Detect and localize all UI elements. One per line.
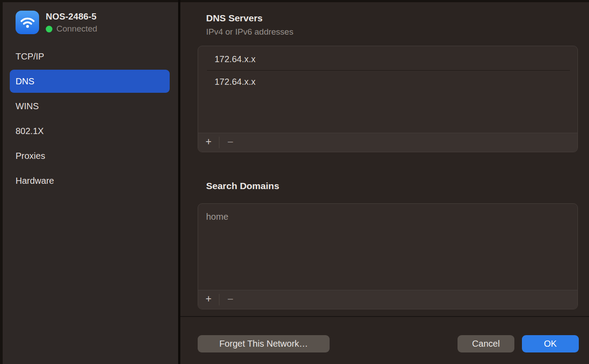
sidebar-item-dns[interactable]: DNS [10,70,170,93]
dns-server-row[interactable]: 172.64.x.x [198,48,577,70]
bottom-divider [180,316,589,317]
wifi-details-window: NOS-2486-5 Connected TCP/IP DNS WINS 802… [0,0,589,364]
dns-server-row[interactable]: 172.64.x.x [198,71,577,93]
sidebar-nav: TCP/IP DNS WINS 802.1X Proxies Hardware [3,45,178,194]
wifi-icon [16,11,39,34]
cancel-button[interactable]: Cancel [458,335,514,352]
search-domain-add-button[interactable]: + [198,290,219,309]
sidebar: NOS-2486-5 Connected TCP/IP DNS WINS 802… [3,2,178,364]
sidebar-item-wins[interactable]: WINS [10,95,170,118]
sidebar-item-hardware[interactable]: Hardware [10,169,170,192]
sidebar-item-tcpip[interactable]: TCP/IP [10,45,170,68]
search-domain-remove-button[interactable]: − [219,290,241,309]
sidebar-item-proxies[interactable]: Proxies [10,144,170,167]
search-domains-listbox: home + − [198,203,578,309]
network-status: Connected [46,24,97,34]
dns-add-button[interactable]: + [198,133,219,152]
network-meta: NOS-2486-5 Connected [46,11,97,34]
dns-servers-subtitle: IPv4 or IPv6 addresses [206,27,293,37]
dns-remove-button[interactable]: − [219,133,241,152]
network-name: NOS-2486-5 [46,12,97,22]
connected-status-label: Connected [56,24,97,34]
dns-servers-listbox: 172.64.x.x 172.64.x.x + − [198,46,578,152]
forget-network-button[interactable]: Forget This Network… [198,335,330,352]
sidebar-item-8021x[interactable]: 802.1X [10,119,170,142]
dns-servers-list: 172.64.x.x 172.64.x.x [198,46,577,133]
connected-status-dot-icon [46,26,52,32]
network-header: NOS-2486-5 Connected [16,11,97,34]
search-domains-list: home [198,204,577,290]
dns-servers-footer: + − [198,133,577,152]
ok-button[interactable]: OK [522,335,579,352]
search-domain-row[interactable]: home [198,206,577,228]
dns-settings-pane: DNS Servers IPv4 or IPv6 addresses 172.6… [180,2,589,364]
search-domains-title: Search Domains [206,181,279,191]
search-domains-footer: + − [198,290,577,309]
dns-servers-title: DNS Servers [206,13,263,24]
